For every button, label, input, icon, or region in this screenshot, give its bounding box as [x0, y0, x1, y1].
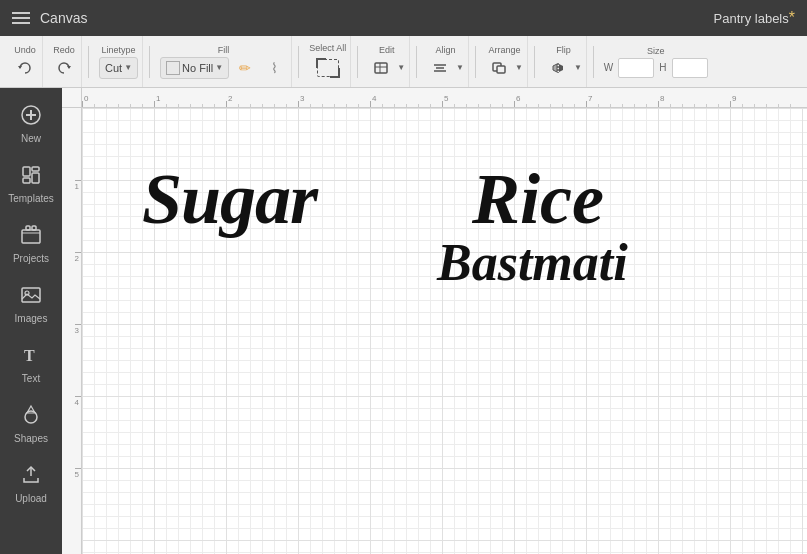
- ruler-left: 12345: [62, 108, 82, 554]
- plus-circle-icon: [20, 104, 42, 131]
- sidebar: New Templates Projects Images T Text Sha…: [0, 88, 62, 554]
- pen2-button[interactable]: ⌇: [261, 57, 287, 79]
- hamburger-button[interactable]: [12, 12, 30, 24]
- svg-rect-19: [22, 230, 40, 243]
- undo-button[interactable]: [12, 57, 38, 79]
- canvas-area[interactable]: 0123456789 12345 Sugar Rice Bastmati: [62, 88, 807, 554]
- flip-button[interactable]: [545, 57, 571, 79]
- select-all-group: Select All: [305, 36, 351, 87]
- brand-name: Pantry labels: [714, 11, 789, 26]
- fill-swatch: [166, 61, 180, 75]
- ruler-top: 0123456789: [82, 88, 807, 108]
- select-all-button[interactable]: [312, 55, 344, 81]
- edit-label: Edit: [379, 45, 395, 55]
- flip-controls: ▼: [545, 57, 582, 79]
- fill-controls: No Fill ▼ ✏ ⌇: [160, 57, 287, 79]
- svg-rect-9: [497, 66, 505, 73]
- undo-controls: [12, 57, 38, 79]
- ruler-corner: [62, 88, 82, 108]
- linetype-chevron: ▼: [124, 63, 132, 72]
- topbar: Canvas Pantry labels*: [0, 0, 807, 36]
- size-h-label: H: [659, 62, 666, 73]
- sidebar-item-upload[interactable]: Upload: [4, 456, 58, 512]
- canvas-title: Canvas: [40, 10, 87, 26]
- fill-label: Fill: [218, 45, 230, 55]
- upload-icon: [20, 464, 42, 491]
- brand: Pantry labels*: [714, 9, 795, 27]
- linetype-label: Linetype: [102, 45, 136, 55]
- svg-rect-20: [26, 226, 30, 230]
- flip-chevron: ▼: [574, 63, 582, 72]
- grid-canvas[interactable]: [82, 108, 807, 554]
- align-button[interactable]: [427, 57, 453, 79]
- svg-text:T: T: [24, 347, 35, 364]
- arrange-chevron: ▼: [515, 63, 523, 72]
- align-label: Align: [436, 45, 456, 55]
- svg-marker-10: [553, 64, 557, 72]
- fill-chevron: ▼: [215, 63, 223, 72]
- separator-2: [149, 46, 150, 78]
- sidebar-item-shapes[interactable]: Shapes: [4, 396, 58, 452]
- linetype-value: Cut: [105, 62, 122, 74]
- edit-button[interactable]: [368, 57, 394, 79]
- linetype-group: Linetype Cut ▼: [95, 36, 143, 87]
- sidebar-projects-label: Projects: [13, 253, 49, 264]
- redo-icon: [56, 61, 72, 75]
- svg-rect-16: [32, 167, 39, 171]
- sidebar-new-label: New: [21, 133, 41, 144]
- align-chevron: ▼: [456, 63, 464, 72]
- align-group: Align ▼: [423, 36, 469, 87]
- edit-icon: [373, 61, 389, 75]
- size-w-input[interactable]: [618, 58, 654, 78]
- svg-rect-22: [22, 288, 40, 302]
- separator-7: [534, 46, 535, 78]
- undo-icon: [17, 61, 33, 75]
- select-all-label: Select All: [309, 43, 346, 53]
- size-h-input[interactable]: [672, 58, 708, 78]
- shapes-icon: [20, 404, 42, 431]
- flip-icon: [550, 61, 566, 75]
- sidebar-text-label: Text: [22, 373, 40, 384]
- brand-asterisk: *: [789, 9, 795, 26]
- sidebar-upload-label: Upload: [15, 493, 47, 504]
- sidebar-item-text[interactable]: T Text: [4, 336, 58, 392]
- svg-rect-18: [23, 178, 30, 183]
- svg-marker-11: [559, 64, 563, 72]
- linetype-controls: Cut ▼: [99, 57, 138, 79]
- fill-dropdown[interactable]: No Fill ▼: [160, 57, 229, 79]
- templates-icon: [20, 164, 42, 191]
- separator-5: [416, 46, 417, 78]
- text-icon: T: [20, 344, 42, 371]
- separator-4: [357, 46, 358, 78]
- svg-marker-0: [18, 66, 22, 69]
- size-w-label: W: [604, 62, 613, 73]
- svg-rect-17: [32, 173, 39, 183]
- separator-6: [475, 46, 476, 78]
- flip-group: Flip ▼: [541, 36, 587, 87]
- size-label: Size: [647, 46, 665, 56]
- sidebar-templates-label: Templates: [8, 193, 54, 204]
- linetype-dropdown[interactable]: Cut ▼: [99, 57, 138, 79]
- pen-button[interactable]: ✏: [232, 57, 258, 79]
- redo-button[interactable]: [51, 57, 77, 79]
- svg-marker-1: [67, 66, 71, 69]
- svg-rect-21: [32, 226, 36, 230]
- separator-3: [298, 46, 299, 78]
- svg-rect-2: [375, 63, 387, 73]
- size-group: Size W H: [600, 36, 712, 87]
- separator-8: [593, 46, 594, 78]
- hamburger-icon: [12, 12, 30, 24]
- redo-controls: [51, 57, 77, 79]
- edit-chevron: ▼: [397, 63, 405, 72]
- arrange-button[interactable]: [486, 57, 512, 79]
- undo-group: Undo: [8, 36, 43, 87]
- sidebar-item-images[interactable]: Images: [4, 276, 58, 332]
- sidebar-item-new[interactable]: New: [4, 96, 58, 152]
- images-icon: [20, 284, 42, 311]
- undo-label: Undo: [14, 45, 36, 55]
- align-icon: [432, 61, 448, 75]
- redo-label: Redo: [53, 45, 75, 55]
- edit-group: Edit ▼: [364, 36, 410, 87]
- sidebar-item-projects[interactable]: Projects: [4, 216, 58, 272]
- sidebar-item-templates[interactable]: Templates: [4, 156, 58, 212]
